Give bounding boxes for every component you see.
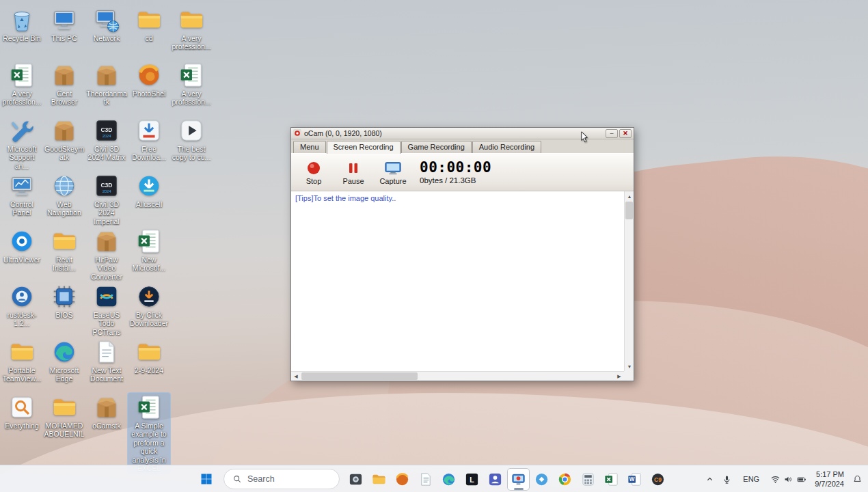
scroll-down-icon[interactable]: ▼ <box>625 361 634 371</box>
tab-menu[interactable]: Menu <box>293 141 326 153</box>
tab-game-recording[interactable]: Game Recording <box>401 141 472 153</box>
desktop-icon-mohamed-abouelnil[interactable]: MOHAMED ABOUELNIL <box>43 393 85 440</box>
desktop-icon-portable-teamview[interactable]: Portable TeamView... <box>1 338 43 385</box>
scroll-right-icon[interactable]: ▶ <box>614 372 624 381</box>
desktop-icon-label: HitPaw Video Converter <box>86 256 127 281</box>
desktop-icon-the-best-copy-to-cu[interactable]: The best copy to cu... <box>170 116 213 163</box>
pause-button[interactable]: Pause <box>334 156 373 189</box>
tools-icon <box>9 118 35 144</box>
folder-icon <box>178 7 204 33</box>
search-label: Search <box>247 474 275 484</box>
notification-button[interactable] <box>850 468 865 490</box>
vertical-scrollbar[interactable]: ▲ ▼ <box>624 191 634 371</box>
excel-icon <box>603 472 619 487</box>
scroll-up-icon[interactable]: ▲ <box>625 191 634 201</box>
desktop-icon-civil-3d-2024-imperial[interactable]: C3D2024Civil 3D 2024 Imperial <box>85 172 128 227</box>
desktop-icon-cd[interactable]: cd <box>128 5 170 44</box>
desktop-icon-this-pc[interactable]: This PC <box>43 5 85 44</box>
language-indicator[interactable]: ENG <box>736 468 766 490</box>
desktop-icon-a-simple-example-to-preform-a-quick-analysis-in-excel[interactable]: A Simple example to preform a quick anal… <box>128 393 170 474</box>
taskbar-calculator[interactable] <box>577 468 599 491</box>
desktop-icon-everything[interactable]: Everything <box>1 393 43 431</box>
battery-icon <box>796 474 806 484</box>
taskbar-edge-browser[interactable] <box>437 468 460 491</box>
desktop-icon-a-very-profession[interactable]: A very profession... <box>1 61 43 108</box>
desktop-icon-easeus-todo-pctrans[interactable]: EaseUS Todo PCTrans <box>85 282 128 338</box>
taskbar-screen-capture-app[interactable] <box>344 468 367 491</box>
desktop-icon-label: Portable TeamView... <box>1 366 42 383</box>
desktop-icon-free-downloa[interactable]: Free Downloa... <box>128 116 170 163</box>
tip-text: [Tips]To set the image quality.. <box>295 194 396 202</box>
desktop-icon-by-click-downloader[interactable]: By Click Downloader <box>128 282 170 329</box>
desktop-icon-label: GoodSkeymatk <box>43 145 85 162</box>
stop-button[interactable]: Stop <box>294 156 334 189</box>
desktop-icon-control-panel[interactable]: Control Panel <box>1 172 43 219</box>
minimize-button[interactable]: – <box>606 129 618 138</box>
desktop-icon-theordanmatk[interactable]: Theordanmatk <box>85 61 128 108</box>
tab-audio-recording[interactable]: Audio Recording <box>472 141 541 153</box>
byclick-icon <box>136 284 162 310</box>
quick-settings-button[interactable] <box>768 468 809 490</box>
desktop-icon-goodskeymatk[interactable]: GoodSkeymatk <box>43 116 85 163</box>
taskbar-c9-app[interactable]: C9 <box>647 468 669 491</box>
desktop-icon-alluscell[interactable]: Alluscell <box>128 172 170 210</box>
box-icon <box>94 394 120 420</box>
taskbar-ocam[interactable] <box>507 468 530 491</box>
bios-icon <box>51 284 77 310</box>
tab-screen-recording[interactable]: Screen Recording <box>327 141 401 154</box>
desktop-icon-ocamstk[interactable]: oCamstk <box>85 393 128 431</box>
hidden-icons-button[interactable] <box>702 468 718 490</box>
taskbar-word[interactable]: W <box>623 468 646 491</box>
desktop-icon-hitpaw-video-converter[interactable]: HitPaw Video Converter <box>85 227 128 282</box>
taskbar-chrome-browser[interactable] <box>554 468 576 491</box>
desktop-icon-revit-instal[interactable]: Revit Instal... <box>43 227 85 274</box>
vertical-scroll-thumb[interactable] <box>625 202 633 219</box>
desktop-icon-new-microsof[interactable]: New Microsof... <box>128 227 170 274</box>
search-box[interactable]: Search <box>223 469 340 489</box>
horizontal-scrollbar[interactable]: ◀ ▶ <box>291 371 624 381</box>
taskbar-l-app[interactable]: L <box>461 468 483 491</box>
microphone-icon <box>722 474 732 484</box>
horizontal-scroll-thumb[interactable] <box>301 372 418 380</box>
microphone-tray-button[interactable] <box>719 468 735 490</box>
desktop-icon-web-navigation[interactable]: Web Navigation <box>43 172 85 219</box>
chrome-browser-icon <box>557 472 573 487</box>
taskbar-file-explorer[interactable] <box>368 468 390 491</box>
folder-icon <box>136 339 162 365</box>
taskbar-notepad[interactable] <box>414 468 437 491</box>
desktop-icon-label: A very profession... <box>171 90 212 107</box>
taskbar-excel[interactable] <box>600 468 623 491</box>
desktop-icon-a-very-profession[interactable]: A very profession... <box>170 5 213 53</box>
taskbar-remote-desktop-app[interactable] <box>530 468 553 491</box>
desktop-icon-label: New Microsof... <box>128 256 169 273</box>
desktop-icon-label: EaseUS Todo PCTrans <box>86 311 127 336</box>
close-button[interactable]: ✕ <box>619 129 632 138</box>
desktop-icon-a-very-profession[interactable]: A very profession... <box>170 61 213 108</box>
desktop-icon-ultraviewer[interactable]: UltraViewer <box>1 227 43 265</box>
page-icon <box>94 339 120 365</box>
desktop-icon-label: This PC <box>51 34 77 42</box>
taskbar-teams[interactable] <box>484 468 506 491</box>
desktop-icon-label: 2-9-2024 <box>135 366 163 374</box>
desktop-icon-photoshel[interactable]: PhotoShel <box>128 61 170 99</box>
start-button[interactable] <box>194 467 219 491</box>
desktop-icon-label: PhotoShel <box>133 90 165 98</box>
taskbar-firefox-browser[interactable] <box>391 468 413 491</box>
desktop-icon-new-text-document[interactable]: New Text Document <box>85 338 128 385</box>
desktop-icon-2-9-2024[interactable]: 2-9-2024 <box>128 338 170 376</box>
capture-button[interactable]: Capture <box>373 156 413 189</box>
pause-icon <box>344 160 362 176</box>
desktop-icon-microsoft-edge[interactable]: Microsoft Edge <box>43 338 85 385</box>
desktop-icon-microsoft-support-an[interactable]: Microsoft Support an... <box>1 116 43 172</box>
ultraviewer-icon <box>9 228 35 254</box>
desktop-icon-rustdesk-1-2[interactable]: rustdesk-1.2... <box>1 282 43 329</box>
box-icon <box>94 228 120 254</box>
clock[interactable]: 5:17 PM 9/7/2024 <box>811 468 848 490</box>
desktop-icon-recycle-bin[interactable]: Recycle Bin <box>1 5 43 44</box>
desktop-icon-network[interactable]: Network <box>85 5 128 44</box>
scroll-left-icon[interactable]: ◀ <box>291 372 301 381</box>
desktop-icon-bios[interactable]: BIOS <box>43 282 85 320</box>
easeus-icon <box>94 284 120 310</box>
desktop-icon-cent-browser[interactable]: Cent Browser <box>43 61 85 108</box>
desktop-icon-civil-3d-2024-matrix[interactable]: C3D2024Civil 3D 2024 Matrix <box>85 116 128 163</box>
